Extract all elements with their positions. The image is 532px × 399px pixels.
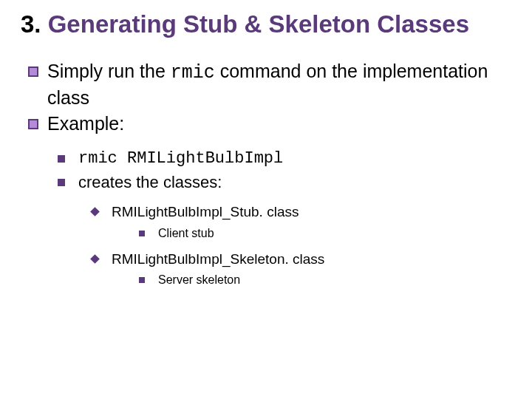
level4-list: Client stub bbox=[139, 225, 517, 242]
diamond-small-bullet-icon bbox=[90, 254, 100, 264]
diamond-bullet-icon bbox=[28, 119, 38, 129]
level1-item: Example: bbox=[28, 112, 517, 137]
level3-list: RMILightBulbImpl_Skeleton. class bbox=[92, 249, 517, 270]
level4-item: Client stub bbox=[139, 225, 517, 242]
title-text: Generating Stub & Skeleton Classes bbox=[48, 10, 469, 38]
square-small-bullet-icon bbox=[139, 231, 145, 236]
title-number: 3. bbox=[21, 10, 41, 38]
square-bullet-icon bbox=[58, 179, 65, 186]
level2-item: creates the classes: bbox=[58, 171, 517, 194]
level4-text: Server skeleton bbox=[158, 272, 240, 288]
level2-list: rmic RMILightBulbImpl creates the classe… bbox=[58, 147, 517, 194]
level4-item: Server skeleton bbox=[139, 272, 517, 288]
level2-item: rmic RMILightBulbImpl bbox=[58, 147, 517, 171]
level2-text: rmic RMILightBulbImpl bbox=[78, 147, 283, 171]
level1-item: Simply run the rmic command on the imple… bbox=[28, 59, 517, 111]
level3-item: RMILightBulbImpl_Skeleton. class bbox=[92, 249, 517, 270]
level2-text: creates the classes: bbox=[78, 171, 222, 194]
square-small-bullet-icon bbox=[139, 277, 145, 283]
slide-title: 3. Generating Stub & Skeleton Classes bbox=[21, 10, 517, 38]
level1-text: Simply run the rmic command on the imple… bbox=[47, 59, 517, 111]
level3-text: RMILightBulbImpl_Skeleton. class bbox=[112, 249, 324, 270]
level1-list: Simply run the rmic command on the imple… bbox=[28, 59, 517, 137]
level3-list: RMILightBulbImpl_Stub. class bbox=[92, 202, 517, 222]
slide: 3. Generating Stub & Skeleton Classes Si… bbox=[0, 0, 532, 399]
level4-text: Client stub bbox=[158, 225, 214, 242]
level4-list: Server skeleton bbox=[139, 272, 517, 288]
level1-text: Example: bbox=[47, 112, 124, 137]
diamond-bullet-icon bbox=[28, 66, 38, 77]
level3-item: RMILightBulbImpl_Stub. class bbox=[92, 202, 517, 222]
diamond-small-bullet-icon bbox=[90, 207, 100, 216]
square-bullet-icon bbox=[58, 155, 65, 163]
level3-text: RMILightBulbImpl_Stub. class bbox=[112, 202, 299, 222]
